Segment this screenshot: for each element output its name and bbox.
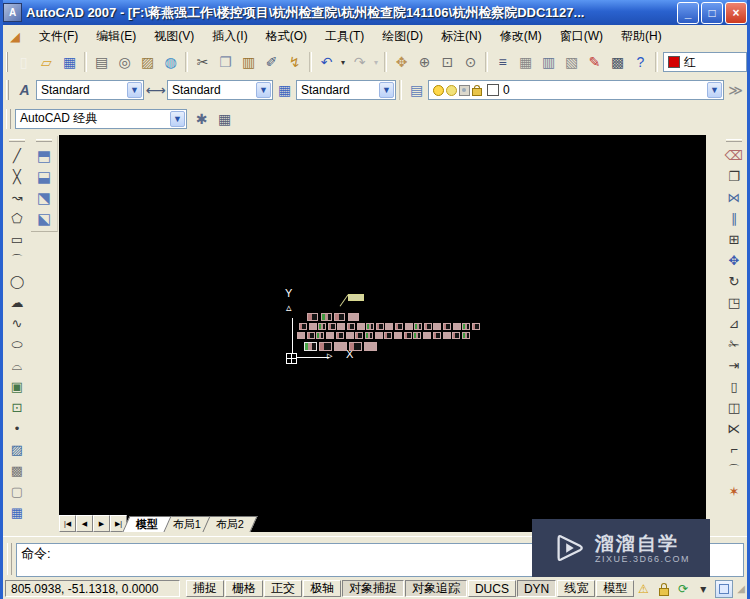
drawing-block[interactable] (348, 313, 359, 321)
tab-layout2[interactable]: 布局2 (203, 516, 258, 532)
ellipse-icon[interactable]: ⬭ (6, 335, 28, 354)
publish-icon[interactable]: ▨ (136, 52, 159, 73)
drawing-block[interactable] (334, 342, 347, 351)
drawing-block[interactable] (384, 332, 392, 339)
break-at-point-icon[interactable]: ▯ (723, 377, 745, 396)
paste-icon[interactable]: ▥ (237, 52, 260, 73)
menu-modify[interactable]: 修改(M) (491, 25, 551, 48)
chamfer-icon[interactable]: ⌐ (723, 440, 745, 459)
drawing-block[interactable] (423, 332, 431, 339)
menu-format[interactable]: 格式(O) (257, 25, 316, 48)
explode-icon[interactable]: ✶ (723, 482, 745, 501)
chevron-down-icon[interactable]: ▼ (170, 111, 185, 127)
send-to-back-icon[interactable]: ⬓ (33, 167, 55, 186)
clean-screen-button[interactable] (715, 580, 733, 598)
layer-thaw-sun-icon[interactable] (446, 85, 457, 96)
layer-on-bulb-icon[interactable] (433, 85, 444, 96)
construction-line-icon[interactable]: ╳ (6, 167, 28, 186)
drawing-block[interactable] (299, 323, 307, 330)
toggle-lwt[interactable]: 线宽 (557, 580, 595, 597)
layer-properties-icon[interactable]: ▤ (405, 80, 428, 101)
table-icon[interactable]: ▦ (6, 503, 28, 522)
mirror-icon[interactable]: ⋈ (723, 188, 745, 207)
offset-icon[interactable]: ∥ (723, 209, 745, 228)
drawing-block[interactable] (346, 332, 354, 339)
drawing-block[interactable] (453, 323, 461, 330)
menu-file[interactable]: 文件(F) (30, 25, 87, 48)
undo-dropdown[interactable]: ▾ (338, 52, 348, 73)
stretch-icon[interactable]: ⊿ (723, 314, 745, 333)
drawing-block[interactable] (337, 323, 345, 330)
layer-unlock-icon[interactable] (472, 88, 482, 96)
help-icon[interactable]: ? (629, 52, 652, 73)
tool-palettes-icon[interactable]: ▥ (537, 52, 560, 73)
drawing-block[interactable] (307, 313, 318, 321)
drawing-block[interactable] (462, 332, 470, 339)
drawing-block[interactable] (328, 323, 336, 330)
block-editor-icon[interactable]: ↯ (283, 52, 306, 73)
drawing-block[interactable] (405, 323, 413, 330)
menu-tools[interactable]: 工具(T) (316, 25, 373, 48)
drawing-block[interactable] (318, 323, 326, 330)
drawing-block[interactable] (433, 332, 441, 339)
toggle-osnap[interactable]: 对象捕捉 (342, 580, 404, 597)
update-status-icon[interactable]: ⟳ (675, 581, 691, 597)
drawing-block[interactable] (297, 332, 305, 339)
drawing-block[interactable] (385, 323, 393, 330)
plot-preview-icon[interactable]: ◎ (113, 52, 136, 73)
zoom-previous-icon[interactable]: ⊙ (459, 52, 482, 73)
tab-model[interactable]: 模型 (122, 516, 171, 532)
close-button[interactable]: × (725, 2, 747, 24)
open-icon[interactable]: ▱ (35, 52, 58, 73)
pan-icon[interactable]: ✥ (390, 52, 413, 73)
drawing-block[interactable] (433, 323, 441, 330)
command-window-grip[interactable] (7, 543, 12, 575)
drawing-block[interactable] (357, 323, 365, 330)
gradient-icon[interactable]: ▩ (6, 461, 28, 480)
point-icon[interactable]: • (6, 419, 28, 438)
fillet-icon[interactable]: ⌒ (723, 461, 745, 480)
drawing-block[interactable] (316, 332, 324, 339)
dim-style-combo[interactable]: Standard ▼ (167, 80, 273, 100)
erase-icon[interactable]: ⌫ (723, 146, 745, 165)
menu-edit[interactable]: 编辑(E) (87, 25, 145, 48)
drawing-block[interactable] (334, 313, 345, 321)
join-icon[interactable]: ⋉ (723, 419, 745, 438)
toolbar-grip[interactable] (36, 139, 52, 142)
menu-insert[interactable]: 插入(I) (203, 25, 256, 48)
chevron-down-icon[interactable]: ▼ (707, 82, 722, 98)
drawing-block[interactable] (394, 332, 402, 339)
layer-combo[interactable]: 0 ▼ (428, 80, 724, 100)
zoom-window-icon[interactable]: ⊡ (436, 52, 459, 73)
drawing-block[interactable] (321, 313, 332, 321)
drawing-block[interactable] (414, 323, 422, 330)
send-under-objects-icon[interactable]: ⬕ (33, 209, 55, 228)
drawing-block[interactable] (355, 332, 363, 339)
drawing-block[interactable] (452, 332, 460, 339)
new-icon[interactable]: ▯ (12, 52, 35, 73)
chevron-down-icon[interactable]: ▼ (379, 82, 394, 98)
make-block-icon[interactable]: ⊡ (6, 398, 28, 417)
toggle-ducs[interactable]: DUCS (468, 580, 516, 597)
drawing-block[interactable] (309, 323, 317, 330)
redo-dropdown[interactable]: ▾ (371, 52, 381, 73)
quickcalc-icon[interactable]: ▩ (606, 52, 629, 73)
bring-above-objects-icon[interactable]: ⬔ (33, 188, 55, 207)
toolbar-grip[interactable] (6, 80, 9, 100)
array-icon[interactable]: ⊞ (723, 230, 745, 249)
dim-style-icon[interactable]: ⟷ (144, 80, 167, 101)
toggle-snap[interactable]: 捕捉 (186, 580, 224, 597)
drawing-block[interactable] (472, 323, 480, 330)
drawing-block[interactable] (319, 342, 332, 351)
resize-grip[interactable]: ◢ (737, 583, 745, 594)
tab-nav-next[interactable]: ▶ (93, 515, 110, 532)
drawing-block[interactable] (347, 323, 355, 330)
toolbar-grip[interactable] (6, 109, 11, 129)
polyline-icon[interactable]: ↝ (6, 188, 28, 207)
markup-set-manager-icon[interactable]: ✎ (583, 52, 606, 73)
ellipse-arc-icon[interactable]: ⌓ (6, 356, 28, 375)
rectangle-icon[interactable]: ▭ (6, 230, 28, 249)
menu-draw[interactable]: 绘图(D) (373, 25, 432, 48)
toolbar-lock-icon[interactable] (655, 581, 671, 597)
toggle-dyn[interactable]: DYN (517, 580, 556, 597)
